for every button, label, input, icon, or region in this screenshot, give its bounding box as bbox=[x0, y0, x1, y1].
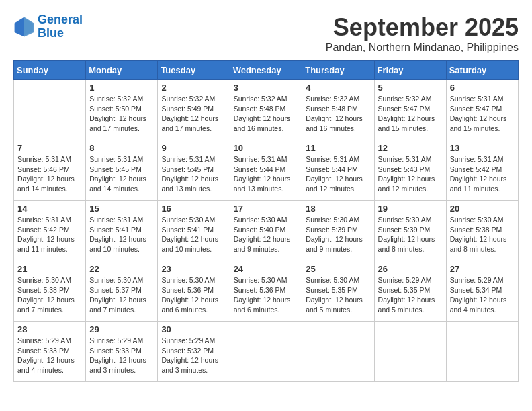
week-row: 21Sunrise: 5:30 AM Sunset: 5:38 PM Dayli… bbox=[14, 261, 519, 322]
calendar-cell: 18Sunrise: 5:30 AM Sunset: 5:39 PM Dayli… bbox=[302, 201, 374, 261]
day-number: 3 bbox=[234, 83, 299, 93]
day-number: 25 bbox=[306, 264, 370, 274]
day-number: 28 bbox=[17, 324, 82, 334]
calendar-cell: 9Sunrise: 5:31 AM Sunset: 5:45 PM Daylig… bbox=[158, 140, 230, 201]
calendar-cell: 14Sunrise: 5:31 AM Sunset: 5:42 PM Dayli… bbox=[14, 201, 86, 261]
day-number: 5 bbox=[378, 83, 443, 93]
day-number: 13 bbox=[450, 143, 515, 153]
calendar-cell: 28Sunrise: 5:29 AM Sunset: 5:33 PM Dayli… bbox=[14, 322, 86, 382]
logo-line2: Blue bbox=[38, 26, 64, 40]
day-number: 11 bbox=[306, 143, 370, 153]
calendar-cell bbox=[302, 322, 374, 382]
calendar-cell: 22Sunrise: 5:30 AM Sunset: 5:37 PM Dayli… bbox=[86, 261, 158, 322]
location-title: Pandan, Northern Mindanao, Philippines bbox=[326, 42, 519, 54]
weekday-header: Thursday bbox=[302, 61, 374, 80]
weekday-header: Friday bbox=[374, 61, 446, 80]
logo-icon bbox=[13, 16, 35, 38]
weekday-header-row: SundayMondayTuesdayWednesdayThursdayFrid… bbox=[14, 61, 519, 80]
title-block: September 2025 Pandan, Northern Mindanao… bbox=[326, 13, 519, 54]
day-info: Sunrise: 5:32 AM Sunset: 5:48 PM Dayligh… bbox=[306, 94, 370, 134]
weekday-header: Monday bbox=[86, 61, 158, 80]
day-info: Sunrise: 5:29 AM Sunset: 5:33 PM Dayligh… bbox=[89, 336, 154, 375]
day-info: Sunrise: 5:30 AM Sunset: 5:39 PM Dayligh… bbox=[306, 215, 370, 255]
day-info: Sunrise: 5:29 AM Sunset: 5:32 PM Dayligh… bbox=[161, 336, 226, 375]
calendar-cell: 10Sunrise: 5:31 AM Sunset: 5:44 PM Dayli… bbox=[230, 140, 302, 201]
day-number: 4 bbox=[306, 83, 370, 93]
day-info: Sunrise: 5:31 AM Sunset: 5:47 PM Dayligh… bbox=[450, 94, 515, 134]
day-info: Sunrise: 5:32 AM Sunset: 5:50 PM Dayligh… bbox=[89, 94, 154, 134]
calendar-cell: 6Sunrise: 5:31 AM Sunset: 5:47 PM Daylig… bbox=[446, 80, 518, 140]
day-number: 24 bbox=[234, 264, 299, 274]
calendar-cell: 27Sunrise: 5:29 AM Sunset: 5:34 PM Dayli… bbox=[446, 261, 518, 322]
calendar-cell: 16Sunrise: 5:30 AM Sunset: 5:41 PM Dayli… bbox=[158, 201, 230, 261]
weekday-header: Tuesday bbox=[158, 61, 230, 80]
calendar-cell: 15Sunrise: 5:31 AM Sunset: 5:41 PM Dayli… bbox=[86, 201, 158, 261]
day-info: Sunrise: 5:32 AM Sunset: 5:48 PM Dayligh… bbox=[234, 94, 299, 134]
day-info: Sunrise: 5:30 AM Sunset: 5:39 PM Dayligh… bbox=[378, 215, 443, 255]
calendar-cell: 30Sunrise: 5:29 AM Sunset: 5:32 PM Dayli… bbox=[158, 322, 230, 382]
day-info: Sunrise: 5:30 AM Sunset: 5:35 PM Dayligh… bbox=[306, 275, 370, 315]
logo: General Blue bbox=[13, 13, 83, 40]
calendar-cell: 3Sunrise: 5:32 AM Sunset: 5:48 PM Daylig… bbox=[230, 80, 302, 140]
calendar-cell: 12Sunrise: 5:31 AM Sunset: 5:43 PM Dayli… bbox=[374, 140, 446, 201]
day-number: 15 bbox=[89, 203, 154, 214]
day-number: 12 bbox=[378, 143, 443, 153]
day-number: 6 bbox=[450, 83, 515, 93]
day-info: Sunrise: 5:29 AM Sunset: 5:33 PM Dayligh… bbox=[17, 336, 82, 375]
weekday-header: Wednesday bbox=[230, 61, 302, 80]
day-info: Sunrise: 5:29 AM Sunset: 5:35 PM Dayligh… bbox=[378, 275, 443, 315]
calendar-cell bbox=[374, 322, 446, 382]
calendar-cell bbox=[230, 322, 302, 382]
day-number: 14 bbox=[17, 203, 82, 214]
day-number: 1 bbox=[89, 83, 154, 93]
day-number: 21 bbox=[17, 264, 82, 274]
day-number: 20 bbox=[450, 203, 515, 214]
calendar-cell: 11Sunrise: 5:31 AM Sunset: 5:44 PM Dayli… bbox=[302, 140, 374, 201]
day-info: Sunrise: 5:31 AM Sunset: 5:42 PM Dayligh… bbox=[450, 154, 515, 194]
day-info: Sunrise: 5:31 AM Sunset: 5:43 PM Dayligh… bbox=[378, 154, 443, 194]
logo-line1: General bbox=[38, 13, 83, 26]
day-info: Sunrise: 5:31 AM Sunset: 5:46 PM Dayligh… bbox=[17, 154, 82, 194]
calendar-cell: 19Sunrise: 5:30 AM Sunset: 5:39 PM Dayli… bbox=[374, 201, 446, 261]
day-number: 27 bbox=[450, 264, 515, 274]
day-info: Sunrise: 5:30 AM Sunset: 5:36 PM Dayligh… bbox=[234, 275, 299, 315]
calendar-cell: 17Sunrise: 5:30 AM Sunset: 5:40 PM Dayli… bbox=[230, 201, 302, 261]
day-number: 17 bbox=[234, 203, 299, 214]
day-info: Sunrise: 5:30 AM Sunset: 5:36 PM Dayligh… bbox=[161, 275, 226, 315]
day-number: 18 bbox=[306, 203, 370, 214]
day-info: Sunrise: 5:31 AM Sunset: 5:45 PM Dayligh… bbox=[161, 154, 226, 194]
week-row: 28Sunrise: 5:29 AM Sunset: 5:33 PM Dayli… bbox=[14, 322, 519, 382]
day-number: 2 bbox=[161, 83, 226, 93]
day-info: Sunrise: 5:31 AM Sunset: 5:42 PM Dayligh… bbox=[17, 215, 82, 255]
day-number: 29 bbox=[89, 324, 154, 334]
weekday-header: Saturday bbox=[446, 61, 518, 80]
calendar-cell: 2Sunrise: 5:32 AM Sunset: 5:49 PM Daylig… bbox=[158, 80, 230, 140]
calendar-cell: 20Sunrise: 5:30 AM Sunset: 5:38 PM Dayli… bbox=[446, 201, 518, 261]
calendar-cell bbox=[14, 80, 86, 140]
logo-text: General Blue bbox=[38, 13, 83, 40]
day-number: 19 bbox=[378, 203, 443, 214]
calendar-cell: 26Sunrise: 5:29 AM Sunset: 5:35 PM Dayli… bbox=[374, 261, 446, 322]
calendar-cell: 1Sunrise: 5:32 AM Sunset: 5:50 PM Daylig… bbox=[86, 80, 158, 140]
day-number: 8 bbox=[89, 143, 154, 153]
day-info: Sunrise: 5:32 AM Sunset: 5:49 PM Dayligh… bbox=[161, 94, 226, 134]
day-number: 16 bbox=[161, 203, 226, 214]
page-header: General Blue September 2025 Pandan, Nort… bbox=[13, 13, 519, 54]
week-row: 1Sunrise: 5:32 AM Sunset: 5:50 PM Daylig… bbox=[14, 80, 519, 140]
calendar-cell: 5Sunrise: 5:32 AM Sunset: 5:47 PM Daylig… bbox=[374, 80, 446, 140]
day-info: Sunrise: 5:31 AM Sunset: 5:44 PM Dayligh… bbox=[306, 154, 370, 194]
day-number: 22 bbox=[89, 264, 154, 274]
calendar-cell: 4Sunrise: 5:32 AM Sunset: 5:48 PM Daylig… bbox=[302, 80, 374, 140]
calendar-cell: 29Sunrise: 5:29 AM Sunset: 5:33 PM Dayli… bbox=[86, 322, 158, 382]
calendar-cell: 24Sunrise: 5:30 AM Sunset: 5:36 PM Dayli… bbox=[230, 261, 302, 322]
day-number: 30 bbox=[161, 324, 226, 334]
day-number: 10 bbox=[234, 143, 299, 153]
week-row: 7Sunrise: 5:31 AM Sunset: 5:46 PM Daylig… bbox=[14, 140, 519, 201]
calendar-cell bbox=[446, 322, 518, 382]
day-info: Sunrise: 5:29 AM Sunset: 5:34 PM Dayligh… bbox=[450, 275, 515, 315]
calendar-cell: 7Sunrise: 5:31 AM Sunset: 5:46 PM Daylig… bbox=[14, 140, 86, 201]
day-number: 23 bbox=[161, 264, 226, 274]
calendar-cell: 13Sunrise: 5:31 AM Sunset: 5:42 PM Dayli… bbox=[446, 140, 518, 201]
day-info: Sunrise: 5:32 AM Sunset: 5:47 PM Dayligh… bbox=[378, 94, 443, 134]
svg-marker-1 bbox=[24, 17, 34, 36]
